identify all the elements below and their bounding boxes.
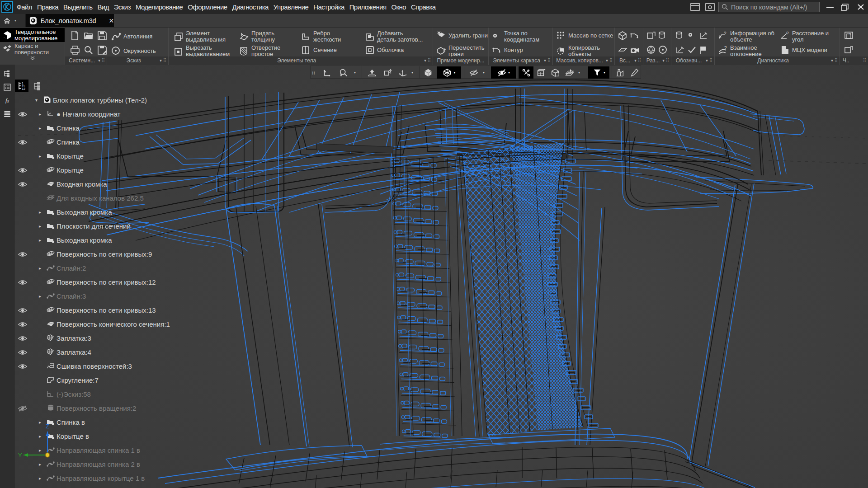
svg-text:Y: Y	[18, 452, 22, 459]
svg-text:?: ?	[724, 31, 726, 36]
svg-text:T: T	[849, 32, 851, 36]
svg-text:Z: Z	[46, 423, 49, 430]
svg-text:?: ?	[724, 46, 727, 51]
svg-text:?: ?	[786, 31, 789, 36]
